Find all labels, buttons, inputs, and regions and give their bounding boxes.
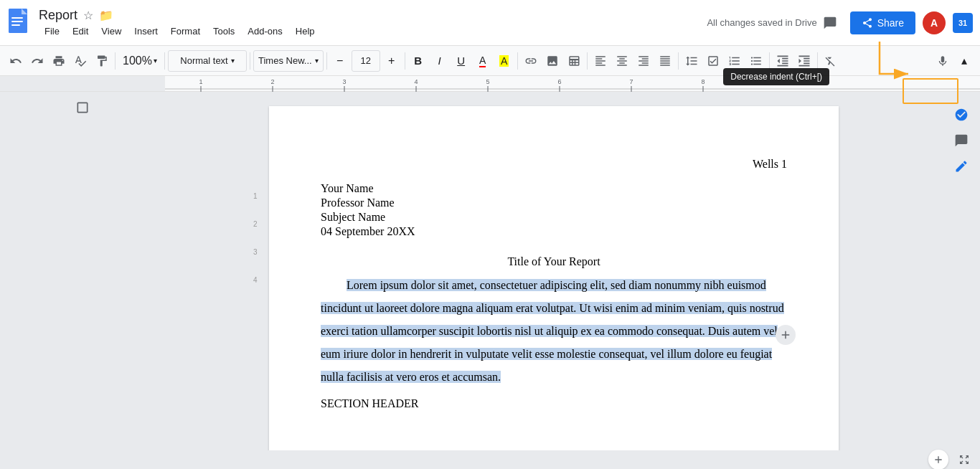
menu-addons[interactable]: Add-ons	[242, 24, 288, 38]
style-chevron: ▾	[231, 57, 235, 65]
date: 04 September 20XX	[321, 225, 787, 238]
svg-text:3: 3	[342, 78, 346, 85]
divider-7	[587, 52, 588, 70]
top-bar: Report ☆ 📁 File Edit View Insert Format …	[0, 0, 980, 46]
edit-icon[interactable]	[950, 155, 973, 178]
author-block: Your Name Professor Name Subject Name 04…	[321, 182, 787, 238]
body-text[interactable]: Lorem ipsum dolor sit amet, consectetuer…	[321, 274, 787, 389]
svg-text:7: 7	[629, 78, 633, 85]
section-header: SECTION HEADER	[321, 397, 787, 410]
star-icon[interactable]: ☆	[83, 9, 93, 22]
divider-2	[164, 52, 165, 70]
style-selector[interactable]: Normal text ▾	[168, 50, 247, 72]
menu-format[interactable]: Format	[165, 24, 206, 38]
svg-rect-3	[11, 17, 23, 19]
bottom-expand-button[interactable]	[954, 450, 974, 469]
font-chevron: ▾	[315, 57, 319, 65]
subject-name: Subject Name	[321, 211, 787, 224]
left-tools	[0, 92, 165, 123]
underline-button[interactable]: U	[451, 50, 471, 72]
top-right: Share A 31	[817, 10, 973, 36]
text-color-button[interactable]: A	[473, 50, 493, 72]
menu-tools[interactable]: Tools	[207, 24, 240, 38]
divider-4	[326, 52, 327, 70]
spell-check-button[interactable]	[70, 50, 90, 72]
svg-text:5: 5	[486, 78, 489, 85]
gemini-icon[interactable]	[950, 103, 973, 126]
add-content-button[interactable]	[776, 325, 796, 345]
redo-button[interactable]	[27, 50, 47, 72]
zoom-value: 100%	[123, 55, 152, 67]
body-paragraph: Lorem ipsum dolor sit amet, consectetuer…	[321, 279, 784, 383]
font-value: Times New...	[258, 55, 312, 66]
font-size-decrease[interactable]: −	[330, 50, 350, 72]
bullet-list-button[interactable]	[746, 50, 766, 72]
document-page: 1 2 3 4 Wells 1 Your Name Professor Name…	[269, 106, 839, 469]
page-header: Wells 1	[321, 158, 787, 171]
font-size-selector[interactable]: 12	[352, 50, 380, 72]
style-value: Normal text	[180, 55, 227, 66]
divider-10	[817, 52, 818, 70]
undo-button[interactable]	[6, 50, 26, 72]
print-button[interactable]	[49, 50, 69, 72]
font-selector[interactable]: Times New... ▾	[253, 50, 324, 72]
highlight-button[interactable]: A	[494, 50, 514, 72]
doc-icon	[7, 9, 33, 37]
svg-text:8: 8	[701, 78, 705, 85]
bottom-add-button[interactable]	[928, 450, 948, 469]
svg-text:6: 6	[557, 78, 561, 85]
italic-button[interactable]: I	[430, 50, 450, 72]
zoom-selector[interactable]: 100% ▾	[118, 50, 161, 72]
line-numbers: 1 2 3 4	[253, 192, 258, 284]
doc-title-text[interactable]: Report	[39, 8, 77, 23]
svg-rect-4	[11, 21, 23, 22]
chat-icon[interactable]	[950, 129, 973, 152]
clear-format-button[interactable]	[821, 50, 841, 72]
insert-image-button[interactable]	[542, 50, 562, 72]
checklist-button[interactable]	[703, 50, 723, 72]
voice-input-button[interactable]	[933, 50, 953, 72]
toolbar: 100% ▾ Normal text ▾ Times New... ▾ − 12…	[0, 46, 980, 76]
share-button[interactable]: Share	[850, 11, 915, 34]
paint-format-button[interactable]	[92, 50, 112, 72]
increase-indent-button[interactable]	[794, 50, 814, 72]
ruler-content: 1 2 3 4 5 6 7 8	[165, 76, 980, 91]
menu-view[interactable]: View	[95, 24, 127, 38]
avatar[interactable]: A	[923, 11, 946, 34]
svg-text:4: 4	[414, 78, 418, 85]
ruler-left-margin	[0, 76, 165, 91]
report-title: Title of Your Report	[321, 255, 787, 268]
line-spacing-button[interactable]	[682, 50, 702, 72]
svg-text:2: 2	[270, 78, 274, 85]
svg-text:1: 1	[199, 78, 202, 85]
professor-name: Professor Name	[321, 196, 787, 209]
header-text: Wells 1	[753, 158, 787, 170]
comments-button[interactable]	[817, 10, 843, 36]
folder-icon[interactable]: 📁	[99, 9, 113, 22]
align-center-button[interactable]	[612, 50, 632, 72]
divider-1	[115, 52, 116, 70]
numbered-list-button[interactable]	[725, 50, 745, 72]
insert-table-button[interactable]	[564, 50, 584, 72]
divider-8	[678, 52, 679, 70]
calendar-badge[interactable]: 31	[953, 13, 973, 33]
bold-button[interactable]: B	[408, 50, 428, 72]
scroll-area[interactable]: 1 2 3 4 Wells 1 Your Name Professor Name…	[165, 92, 943, 469]
zoom-chevron: ▾	[154, 57, 157, 65]
menu-insert[interactable]: Insert	[128, 24, 164, 38]
menu-file[interactable]: File	[39, 24, 65, 38]
menu-help[interactable]: Help	[290, 24, 321, 38]
align-right-button[interactable]	[633, 50, 654, 72]
expand-toolbar-button[interactable]: ▴	[954, 50, 974, 72]
divider-6	[517, 52, 518, 70]
svg-rect-5	[11, 24, 20, 26]
page-view-toggle[interactable]	[72, 98, 93, 118]
title-area: Report ☆ 📁 File Edit View Insert Format …	[39, 8, 699, 38]
ruler: 1 2 3 4 5 6 7 8	[0, 76, 980, 92]
font-size-increase[interactable]: +	[382, 50, 402, 72]
menu-edit[interactable]: Edit	[67, 24, 94, 38]
decrease-indent-button[interactable]	[773, 50, 793, 72]
link-button[interactable]	[521, 50, 541, 72]
align-left-button[interactable]	[590, 50, 611, 72]
align-justify-button[interactable]	[655, 50, 675, 72]
